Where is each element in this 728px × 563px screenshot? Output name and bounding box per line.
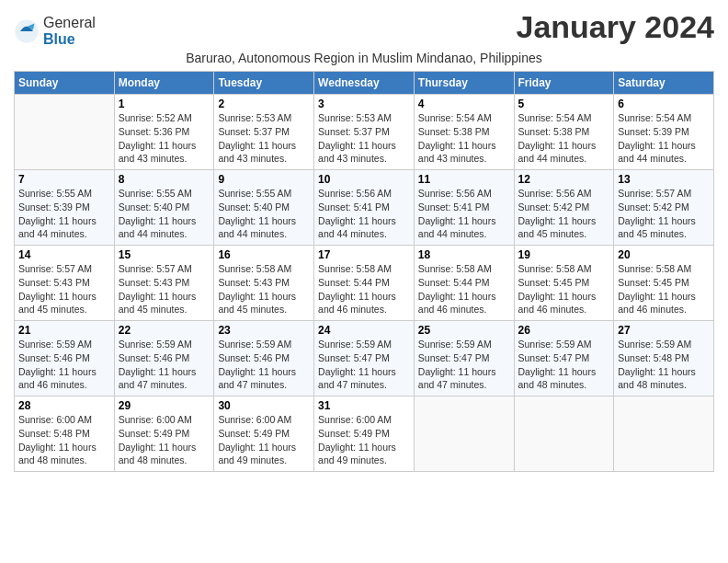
calendar-table: SundayMondayTuesdayWednesdayThursdayFrid… — [14, 71, 714, 472]
day-number: 10 — [318, 173, 410, 186]
day-info: Sunrise: 5:58 AM Sunset: 5:45 PM Dayligh… — [518, 262, 610, 316]
logo: General Blue — [14, 15, 96, 47]
calendar-week-row: 14Sunrise: 5:57 AM Sunset: 5:43 PM Dayli… — [15, 246, 714, 321]
calendar-day-cell: 10Sunrise: 5:56 AM Sunset: 5:41 PM Dayli… — [314, 170, 415, 246]
calendar-day-cell: 7Sunrise: 5:55 AM Sunset: 5:39 PM Daylig… — [15, 170, 115, 246]
day-info: Sunrise: 6:00 AM Sunset: 5:49 PM Dayligh… — [218, 413, 310, 467]
weekday-header-cell: Sunday — [15, 72, 115, 95]
day-number: 2 — [218, 98, 310, 110]
calendar-day-cell: 9Sunrise: 5:55 AM Sunset: 5:40 PM Daylig… — [214, 170, 314, 246]
header: General Blue January 2024 — [14, 9, 714, 47]
calendar-day-cell: 27Sunrise: 5:59 AM Sunset: 5:48 PM Dayli… — [614, 321, 714, 396]
day-info: Sunrise: 5:53 AM Sunset: 5:37 PM Dayligh… — [218, 111, 310, 166]
day-info: Sunrise: 5:53 AM Sunset: 5:37 PM Dayligh… — [318, 111, 410, 166]
calendar-day-cell: 20Sunrise: 5:58 AM Sunset: 5:45 PM Dayli… — [614, 246, 714, 321]
weekday-header-cell: Saturday — [614, 72, 714, 95]
day-info: Sunrise: 5:52 AM Sunset: 5:36 PM Dayligh… — [119, 111, 210, 166]
day-number: 4 — [418, 98, 510, 110]
day-number: 18 — [418, 248, 510, 261]
day-number: 26 — [518, 324, 610, 337]
day-number: 11 — [418, 173, 510, 186]
day-info: Sunrise: 5:59 AM Sunset: 5:48 PM Dayligh… — [618, 338, 710, 392]
day-number: 24 — [318, 324, 410, 337]
day-number: 12 — [518, 173, 610, 186]
day-info: Sunrise: 5:56 AM Sunset: 5:41 PM Dayligh… — [418, 187, 510, 241]
day-info: Sunrise: 5:58 AM Sunset: 5:45 PM Dayligh… — [618, 262, 710, 316]
weekday-header-cell: Monday — [114, 72, 214, 95]
calendar-day-cell — [414, 396, 514, 472]
weekday-header-row: SundayMondayTuesdayWednesdayThursdayFrid… — [15, 72, 714, 95]
day-info: Sunrise: 5:58 AM Sunset: 5:44 PM Dayligh… — [418, 262, 510, 316]
day-number: 21 — [18, 324, 110, 337]
calendar-week-row: 1Sunrise: 5:52 AM Sunset: 5:36 PM Daylig… — [15, 95, 714, 170]
day-info: Sunrise: 5:55 AM Sunset: 5:40 PM Dayligh… — [119, 187, 210, 241]
day-number: 8 — [119, 173, 210, 186]
day-info: Sunrise: 5:57 AM Sunset: 5:42 PM Dayligh… — [618, 187, 710, 241]
day-number: 31 — [318, 399, 410, 412]
logo-text: General Blue — [43, 15, 96, 47]
calendar-week-row: 28Sunrise: 6:00 AM Sunset: 5:48 PM Dayli… — [15, 396, 714, 472]
calendar-day-cell: 24Sunrise: 5:59 AM Sunset: 5:47 PM Dayli… — [314, 321, 415, 396]
calendar-day-cell: 22Sunrise: 5:59 AM Sunset: 5:46 PM Dayli… — [114, 321, 214, 396]
calendar-day-cell: 18Sunrise: 5:58 AM Sunset: 5:44 PM Dayli… — [414, 246, 514, 321]
day-number: 27 — [618, 324, 710, 337]
day-info: Sunrise: 5:59 AM Sunset: 5:46 PM Dayligh… — [119, 338, 210, 392]
day-info: Sunrise: 5:54 AM Sunset: 5:38 PM Dayligh… — [518, 111, 610, 166]
calendar-day-cell: 21Sunrise: 5:59 AM Sunset: 5:46 PM Dayli… — [15, 321, 115, 396]
day-info: Sunrise: 5:54 AM Sunset: 5:39 PM Dayligh… — [618, 111, 710, 166]
calendar-day-cell: 12Sunrise: 5:56 AM Sunset: 5:42 PM Dayli… — [514, 170, 614, 246]
day-info: Sunrise: 5:59 AM Sunset: 5:47 PM Dayligh… — [418, 338, 510, 392]
calendar-day-cell: 26Sunrise: 5:59 AM Sunset: 5:47 PM Dayli… — [514, 321, 614, 396]
calendar-day-cell: 11Sunrise: 5:56 AM Sunset: 5:41 PM Dayli… — [414, 170, 514, 246]
day-number: 3 — [318, 98, 410, 110]
day-info: Sunrise: 5:54 AM Sunset: 5:38 PM Dayligh… — [418, 111, 510, 166]
logo-blue: Blue — [43, 31, 96, 48]
calendar-day-cell: 1Sunrise: 5:52 AM Sunset: 5:36 PM Daylig… — [114, 95, 214, 170]
day-info: Sunrise: 5:57 AM Sunset: 5:43 PM Dayligh… — [119, 262, 210, 316]
calendar-day-cell: 14Sunrise: 5:57 AM Sunset: 5:43 PM Dayli… — [15, 246, 115, 321]
day-number: 5 — [518, 98, 610, 110]
calendar-day-cell: 4Sunrise: 5:54 AM Sunset: 5:38 PM Daylig… — [414, 95, 514, 170]
day-number: 23 — [218, 324, 310, 337]
calendar-day-cell — [514, 396, 614, 472]
calendar-day-cell: 19Sunrise: 5:58 AM Sunset: 5:45 PM Dayli… — [514, 246, 614, 321]
calendar-day-cell: 2Sunrise: 5:53 AM Sunset: 5:37 PM Daylig… — [214, 95, 314, 170]
day-number: 14 — [18, 248, 110, 261]
calendar-day-cell — [614, 396, 714, 472]
calendar-day-cell: 16Sunrise: 5:58 AM Sunset: 5:43 PM Dayli… — [214, 246, 314, 321]
day-number: 22 — [119, 324, 210, 337]
calendar-day-cell: 23Sunrise: 5:59 AM Sunset: 5:46 PM Dayli… — [214, 321, 314, 396]
day-info: Sunrise: 5:59 AM Sunset: 5:46 PM Dayligh… — [18, 338, 110, 392]
month-title: January 2024 — [517, 9, 715, 45]
day-number: 1 — [119, 98, 210, 110]
calendar-day-cell: 15Sunrise: 5:57 AM Sunset: 5:43 PM Dayli… — [114, 246, 214, 321]
day-number: 29 — [119, 399, 210, 412]
day-number: 30 — [218, 399, 310, 412]
day-number: 13 — [618, 173, 710, 186]
day-number: 20 — [618, 248, 710, 261]
calendar-day-cell: 5Sunrise: 5:54 AM Sunset: 5:38 PM Daylig… — [514, 95, 614, 170]
calendar-day-cell: 13Sunrise: 5:57 AM Sunset: 5:42 PM Dayli… — [614, 170, 714, 246]
day-number: 28 — [18, 399, 110, 412]
weekday-header-cell: Friday — [514, 72, 614, 95]
day-info: Sunrise: 5:58 AM Sunset: 5:43 PM Dayligh… — [218, 262, 310, 316]
day-info: Sunrise: 5:56 AM Sunset: 5:41 PM Dayligh… — [318, 187, 410, 241]
day-info: Sunrise: 5:57 AM Sunset: 5:43 PM Dayligh… — [18, 262, 110, 316]
weekday-header-cell: Wednesday — [314, 72, 415, 95]
day-number: 6 — [618, 98, 710, 110]
day-number: 15 — [119, 248, 210, 261]
subtitle: Barurao, Autonomous Region in Muslim Min… — [14, 51, 714, 65]
logo-general: General — [43, 15, 96, 31]
calendar-day-cell: 30Sunrise: 6:00 AM Sunset: 5:49 PM Dayli… — [214, 396, 314, 472]
day-number: 16 — [218, 248, 310, 261]
calendar-day-cell: 17Sunrise: 5:58 AM Sunset: 5:44 PM Dayli… — [314, 246, 415, 321]
calendar-day-cell: 28Sunrise: 6:00 AM Sunset: 5:48 PM Dayli… — [15, 396, 115, 472]
calendar-day-cell: 25Sunrise: 5:59 AM Sunset: 5:47 PM Dayli… — [414, 321, 514, 396]
calendar-day-cell: 3Sunrise: 5:53 AM Sunset: 5:37 PM Daylig… — [314, 95, 415, 170]
calendar-day-cell: 31Sunrise: 6:00 AM Sunset: 5:49 PM Dayli… — [314, 396, 415, 472]
weekday-header-cell: Tuesday — [214, 72, 314, 95]
day-info: Sunrise: 5:55 AM Sunset: 5:39 PM Dayligh… — [18, 187, 110, 241]
day-info: Sunrise: 6:00 AM Sunset: 5:48 PM Dayligh… — [18, 413, 110, 467]
day-info: Sunrise: 5:59 AM Sunset: 5:47 PM Dayligh… — [518, 338, 610, 392]
day-info: Sunrise: 5:55 AM Sunset: 5:40 PM Dayligh… — [218, 187, 310, 241]
